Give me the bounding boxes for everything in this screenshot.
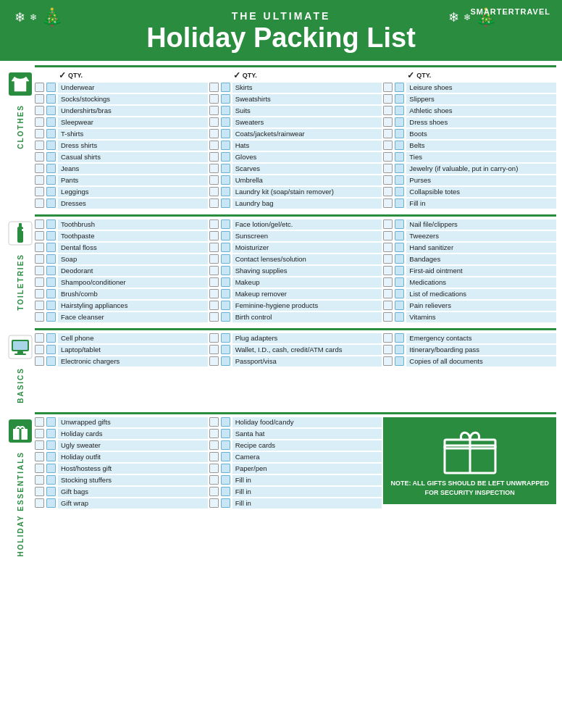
checkbox-1[interactable] <box>209 498 219 508</box>
checkbox-2[interactable] <box>46 187 56 196</box>
checkbox-2[interactable] <box>221 254 230 264</box>
checkbox-1[interactable] <box>209 356 219 366</box>
checkbox-2[interactable] <box>46 231 56 240</box>
checkbox-2[interactable] <box>221 106 230 115</box>
checkbox-1[interactable] <box>35 231 44 240</box>
checkbox-1[interactable] <box>35 440 44 450</box>
checkbox-2[interactable] <box>395 198 404 208</box>
checkbox-2[interactable] <box>221 152 230 162</box>
checkbox-1[interactable] <box>35 94 44 104</box>
checkbox-2[interactable] <box>395 266 404 275</box>
checkbox-1[interactable] <box>35 83 44 92</box>
checkbox-1[interactable] <box>383 277 393 287</box>
checkbox-1[interactable] <box>209 312 219 322</box>
checkbox-1[interactable] <box>383 219 393 229</box>
checkbox-2[interactable] <box>395 277 404 287</box>
checkbox-1[interactable] <box>35 429 44 438</box>
checkbox-1[interactable] <box>209 333 219 343</box>
checkbox-1[interactable] <box>209 464 219 473</box>
checkbox-1[interactable] <box>35 141 44 150</box>
checkbox-2[interactable] <box>221 498 230 508</box>
checkbox-1[interactable] <box>383 117 393 127</box>
checkbox-2[interactable] <box>395 333 404 343</box>
checkbox-2[interactable] <box>221 266 230 275</box>
checkbox-2[interactable] <box>46 129 56 138</box>
checkbox-2[interactable] <box>221 440 230 450</box>
checkbox-2[interactable] <box>395 231 404 240</box>
checkbox-1[interactable] <box>209 475 219 485</box>
checkbox-1[interactable] <box>209 243 219 252</box>
checkbox-1[interactable] <box>35 254 44 264</box>
checkbox-2[interactable] <box>395 106 404 115</box>
checkbox-1[interactable] <box>209 254 219 264</box>
checkbox-2[interactable] <box>395 345 404 354</box>
checkbox-1[interactable] <box>383 83 393 92</box>
checkbox-1[interactable] <box>35 106 44 115</box>
checkbox-2[interactable] <box>395 83 404 92</box>
checkbox-2[interactable] <box>395 141 404 150</box>
checkbox-2[interactable] <box>46 141 56 150</box>
checkbox-1[interactable] <box>209 117 219 127</box>
checkbox-1[interactable] <box>383 198 393 208</box>
checkbox-1[interactable] <box>35 164 44 173</box>
checkbox-2[interactable] <box>221 301 230 310</box>
checkbox-2[interactable] <box>46 289 56 298</box>
checkbox-2[interactable] <box>46 440 56 450</box>
checkbox-2[interactable] <box>46 152 56 162</box>
checkbox-1[interactable] <box>209 452 219 461</box>
checkbox-1[interactable] <box>35 417 44 427</box>
checkbox-2[interactable] <box>221 356 230 366</box>
checkbox-2[interactable] <box>221 429 230 438</box>
checkbox-1[interactable] <box>35 289 44 298</box>
checkbox-1[interactable] <box>383 141 393 150</box>
checkbox-2[interactable] <box>46 164 56 173</box>
checkbox-1[interactable] <box>383 164 393 173</box>
checkbox-1[interactable] <box>35 129 44 138</box>
checkbox-2[interactable] <box>395 243 404 252</box>
checkbox-2[interactable] <box>46 94 56 104</box>
checkbox-1[interactable] <box>35 266 44 275</box>
checkbox-2[interactable] <box>221 333 230 343</box>
checkbox-2[interactable] <box>221 345 230 354</box>
checkbox-1[interactable] <box>209 440 219 450</box>
checkbox-1[interactable] <box>209 417 219 427</box>
checkbox-1[interactable] <box>383 129 393 138</box>
checkbox-1[interactable] <box>209 429 219 438</box>
checkbox-2[interactable] <box>395 356 404 366</box>
checkbox-2[interactable] <box>46 198 56 208</box>
checkbox-2[interactable] <box>46 312 56 322</box>
checkbox-1[interactable] <box>383 345 393 354</box>
checkbox-2[interactable] <box>46 83 56 92</box>
checkbox-2[interactable] <box>221 417 230 427</box>
checkbox-2[interactable] <box>395 129 404 138</box>
checkbox-1[interactable] <box>35 333 44 343</box>
checkbox-1[interactable] <box>383 356 393 366</box>
checkbox-2[interactable] <box>46 117 56 127</box>
checkbox-2[interactable] <box>221 475 230 485</box>
checkbox-2[interactable] <box>46 301 56 310</box>
checkbox-1[interactable] <box>209 94 219 104</box>
checkbox-2[interactable] <box>46 345 56 354</box>
checkbox-2[interactable] <box>221 129 230 138</box>
checkbox-2[interactable] <box>46 254 56 264</box>
checkbox-1[interactable] <box>383 289 393 298</box>
checkbox-1[interactable] <box>35 452 44 461</box>
checkbox-2[interactable] <box>46 243 56 252</box>
checkbox-2[interactable] <box>221 175 230 185</box>
checkbox-1[interactable] <box>35 152 44 162</box>
checkbox-2[interactable] <box>46 498 56 508</box>
checkbox-1[interactable] <box>209 164 219 173</box>
checkbox-1[interactable] <box>209 187 219 196</box>
checkbox-1[interactable] <box>209 289 219 298</box>
checkbox-1[interactable] <box>35 475 44 485</box>
checkbox-1[interactable] <box>209 301 219 310</box>
checkbox-2[interactable] <box>221 231 230 240</box>
checkbox-2[interactable] <box>395 152 404 162</box>
checkbox-2[interactable] <box>46 487 56 496</box>
checkbox-1[interactable] <box>35 487 44 496</box>
checkbox-1[interactable] <box>383 266 393 275</box>
checkbox-1[interactable] <box>35 219 44 229</box>
checkbox-1[interactable] <box>35 498 44 508</box>
checkbox-2[interactable] <box>395 117 404 127</box>
checkbox-2[interactable] <box>395 187 404 196</box>
